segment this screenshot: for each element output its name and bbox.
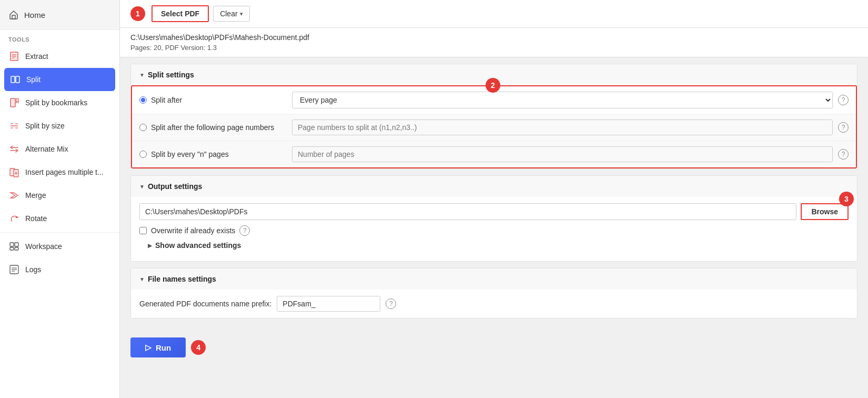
split-settings-body: 2 Split after Every page [131, 85, 857, 168]
svg-rect-22 [10, 247, 14, 250]
split-icon [9, 74, 21, 85]
split-after-pages-label[interactable]: Split after the following page numbers [139, 123, 287, 132]
sidebar-item-insert-pages[interactable]: Insert pages multiple t... [0, 161, 119, 184]
svg-rect-21 [15, 243, 18, 246]
svg-rect-0 [12, 15, 15, 19]
split-after-radio[interactable] [139, 96, 147, 104]
split-after-pages-text: Split after the following page numbers [151, 123, 274, 132]
split-every-n-text: Split by every "n" pages [151, 150, 229, 158]
overwrite-help[interactable]: ? [239, 225, 250, 236]
overwrite-row: Overwrite if already exists ? [139, 225, 849, 236]
sidebar-item-rotate-label: Rotate [25, 214, 47, 223]
alternate-mix-icon [8, 143, 20, 155]
sidebar-item-split-size-label: Split by size [25, 122, 65, 130]
tools-label: TOOLS [0, 30, 119, 45]
sidebar-item-logs-label: Logs [25, 265, 41, 274]
extract-icon [8, 51, 20, 62]
split-every-n-label[interactable]: Split by every "n" pages [139, 150, 287, 158]
svg-rect-5 [11, 76, 15, 83]
output-path-input[interactable] [139, 203, 796, 220]
home-label: Home [24, 11, 45, 19]
overwrite-label: Overwrite if already exists [151, 226, 235, 235]
split-after-pages-input[interactable] [292, 120, 833, 135]
sidebar-item-rotate[interactable]: Rotate [0, 207, 119, 230]
sidebar-item-extract[interactable]: Extract [0, 45, 119, 68]
svg-marker-9 [16, 98, 18, 103]
overwrite-checkbox[interactable] [139, 227, 147, 234]
split-size-icon [8, 120, 20, 132]
run-button[interactable]: ▷ Run [130, 337, 186, 357]
split-after-pages-row: Split after the following page numbers ? [132, 114, 856, 141]
file-meta: Pages: 20, PDF Version: 1.3 [130, 44, 857, 52]
prefix-help[interactable]: ? [386, 299, 396, 309]
toolbar: 1 Select PDF Clear ▾ [120, 0, 868, 28]
file-names-card: ▼ File names settings Generated PDF docu… [130, 268, 857, 319]
sidebar-home[interactable]: Home [0, 0, 119, 30]
step-badge-4: 4 [191, 340, 206, 355]
sidebar-item-alternate-mix-label: Alternate Mix [25, 145, 68, 153]
sidebar-item-split-bookmarks-label: Split by bookmarks [25, 98, 87, 107]
home-icon [8, 9, 19, 20]
file-names-chevron: ▼ [139, 276, 145, 282]
sidebar-item-extract-label: Extract [25, 52, 48, 61]
svg-rect-6 [16, 76, 19, 83]
advanced-label: Show advanced settings [155, 241, 241, 250]
sidebar-item-logs[interactable]: Logs [0, 258, 119, 281]
split-every-n-help[interactable]: ? [838, 149, 849, 160]
output-path-row: 3 Browse [139, 203, 849, 220]
split-every-n-input-wrapper [292, 146, 833, 162]
sidebar-item-alternate-mix[interactable]: Alternate Mix [0, 137, 119, 161]
split-settings-card: ▼ Split settings 2 Split after [130, 64, 857, 169]
split-after-input-wrapper: Every page Odd pages Even pages [292, 92, 833, 108]
split-after-pages-help[interactable]: ? [838, 122, 849, 133]
split-options-box: Split after Every page Odd pages Even pa… [131, 85, 857, 168]
sidebar-divider [0, 232, 119, 233]
svg-rect-20 [10, 243, 14, 246]
split-after-pages-radio[interactable] [139, 124, 147, 131]
split-every-n-row: Split by every "n" pages ? [132, 141, 856, 167]
advanced-row[interactable]: ▶ Show advanced settings [139, 236, 849, 255]
prefix-label: Generated PDF documents name prefix: [139, 300, 271, 308]
split-settings-chevron: ▼ [139, 72, 145, 78]
split-after-help[interactable]: ? [838, 95, 849, 105]
sidebar-item-insert-label: Insert pages multiple t... [25, 168, 104, 176]
sidebar-item-split-label: Split [26, 75, 41, 84]
split-after-label[interactable]: Split after [139, 96, 287, 104]
clear-dropdown-icon[interactable]: ▾ [240, 11, 243, 17]
split-after-pages-input-wrapper [292, 120, 833, 135]
svg-rect-23 [15, 247, 18, 250]
main-content: 1 Select PDF Clear ▾ C:\Users\mahes\Desk… [120, 0, 868, 398]
run-play-icon: ▷ [145, 343, 152, 352]
clear-button[interactable]: Clear ▾ [213, 6, 249, 22]
insert-pages-icon [8, 166, 20, 178]
file-info-bar: C:\Users\mahes\Desktop\PDFs\Mahesh-Docum… [120, 28, 868, 57]
output-settings-header[interactable]: ▼ Output settings [131, 176, 857, 197]
select-pdf-button[interactable]: Select PDF [152, 5, 209, 22]
sidebar-item-split-bookmarks[interactable]: Split by bookmarks [0, 91, 119, 114]
split-every-n-input[interactable] [292, 146, 833, 162]
sidebar-item-merge-label: Merge [25, 191, 46, 200]
advanced-chevron: ▶ [148, 243, 152, 248]
split-settings-title: Split settings [148, 71, 194, 79]
file-path: C:\Users\mahes\Desktop\PDFs\Mahesh-Docum… [130, 33, 857, 42]
scroll-area: ▼ Split settings 2 Split after [120, 57, 868, 398]
file-names-header[interactable]: ▼ File names settings [131, 268, 857, 290]
run-bar: ▷ Run 4 [120, 331, 868, 366]
prefix-input[interactable] [277, 296, 380, 312]
run-label: Run [156, 343, 171, 352]
sidebar-item-workspace[interactable]: Workspace [0, 235, 119, 258]
merge-icon [8, 190, 20, 201]
split-after-select[interactable]: Every page Odd pages Even pages [292, 92, 833, 108]
sidebar-item-split-size[interactable]: Split by size [0, 114, 119, 137]
file-names-body: Generated PDF documents name prefix: ? [131, 290, 857, 318]
sidebar-item-merge[interactable]: Merge [0, 184, 119, 207]
file-names-row: Generated PDF documents name prefix: ? [139, 296, 849, 312]
sidebar-item-workspace-label: Workspace [25, 242, 62, 251]
step-badge-3: 3 [839, 192, 854, 206]
browse-button[interactable]: Browse [801, 203, 849, 220]
svg-rect-8 [11, 98, 15, 107]
split-every-n-radio[interactable] [139, 151, 147, 158]
clear-label: Clear [220, 9, 237, 18]
step-badge-1: 1 [130, 6, 145, 21]
sidebar-item-split[interactable]: Split [4, 68, 115, 91]
